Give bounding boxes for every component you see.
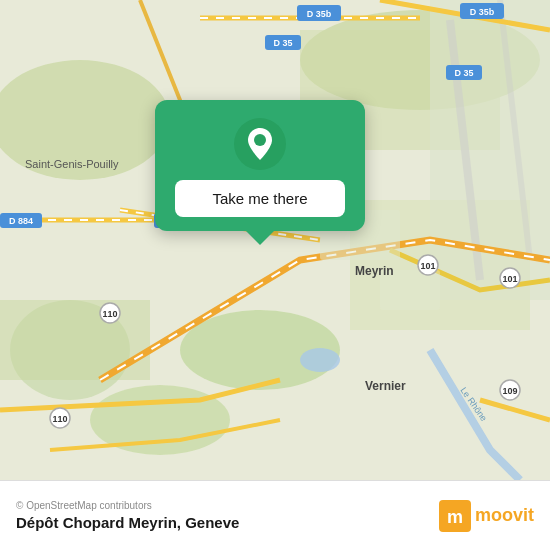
svg-text:110: 110 — [52, 414, 67, 424]
svg-text:m: m — [447, 507, 463, 527]
svg-text:D 35b: D 35b — [307, 9, 332, 19]
svg-text:D 35b: D 35b — [470, 7, 495, 17]
moovit-logo[interactable]: m moovit — [439, 500, 534, 532]
svg-text:Saint-Genis-Pouilly: Saint-Genis-Pouilly — [25, 158, 119, 170]
attribution-text: © OpenStreetMap contributors — [16, 500, 239, 511]
bottom-info: © OpenStreetMap contributors Dépôt Chopa… — [16, 500, 239, 531]
bottom-bar: © OpenStreetMap contributors Dépôt Chopa… — [0, 480, 550, 550]
svg-point-19 — [300, 348, 340, 372]
svg-text:D 35: D 35 — [454, 68, 473, 78]
moovit-icon: m — [439, 500, 471, 532]
moovit-text: moovit — [475, 505, 534, 526]
location-pin-icon — [234, 118, 286, 170]
take-me-there-button[interactable]: Take me there — [175, 180, 345, 217]
svg-text:Meyrin: Meyrin — [355, 264, 394, 278]
svg-text:110: 110 — [102, 309, 117, 319]
svg-text:Vernier: Vernier — [365, 379, 406, 393]
svg-point-49 — [254, 134, 266, 146]
svg-text:D 884: D 884 — [9, 216, 33, 226]
location-name: Dépôt Chopard Meyrin, Geneve — [16, 514, 239, 531]
svg-text:D 35: D 35 — [273, 38, 292, 48]
map-container: D 35b D 35b D 35 D 35 D 96 D 884 101 101… — [0, 0, 550, 480]
popup-card: Take me there — [155, 100, 365, 231]
svg-text:101: 101 — [420, 261, 435, 271]
svg-text:101: 101 — [502, 274, 517, 284]
svg-text:109: 109 — [502, 386, 517, 396]
svg-rect-8 — [0, 300, 150, 380]
